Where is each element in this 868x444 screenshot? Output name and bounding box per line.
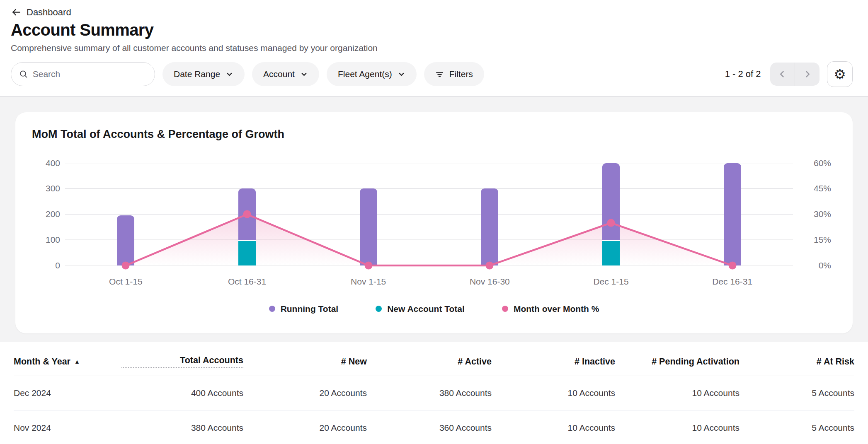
table-cell: 10 Accounts (492, 423, 615, 433)
account-dropdown-label: Account (263, 69, 295, 79)
pager (770, 63, 820, 86)
column-header-3[interactable]: # Active (367, 357, 492, 367)
table-cell: 5 Accounts (739, 388, 854, 398)
y-axis-tick-left: 100 (46, 235, 60, 245)
y-axis-tick-left: 300 (46, 183, 60, 193)
legend-dot (376, 306, 382, 312)
right-y-axis: 60%45%30%15%0% (793, 163, 836, 265)
chevron-left-icon (778, 70, 786, 78)
page-title: Account Summary (11, 21, 853, 39)
y-axis-tick-left: 400 (46, 158, 60, 168)
column-header-6[interactable]: # At Risk (739, 357, 854, 367)
table-cell: 20 Accounts (243, 423, 367, 433)
breadcrumb-label[interactable]: Dashboard (27, 7, 71, 18)
account-dropdown[interactable]: Account (252, 62, 319, 86)
accounts-table: Month & Year▲Total Accounts# New# Active… (0, 342, 868, 444)
fleet-agents-dropdown[interactable]: Fleet Agent(s) (327, 62, 417, 86)
table-cell: Nov 2024 (14, 423, 121, 433)
x-axis-spacer (793, 277, 836, 287)
search-input[interactable] (33, 69, 146, 79)
x-axis-label: Nov 16-30 (429, 277, 550, 287)
column-header-5[interactable]: # Pending Activation (615, 357, 739, 367)
chart-plot (65, 163, 793, 265)
table-row[interactable]: Dec 2024400 Accounts20 Accounts380 Accou… (14, 376, 854, 411)
table-cell: Dec 2024 (14, 388, 121, 398)
date-range-dropdown[interactable]: Date Range (162, 62, 245, 86)
x-axis-label: Oct 1-15 (65, 277, 187, 287)
x-axis-spacer (32, 277, 65, 287)
x-axis-label: Nov 1-15 (308, 277, 429, 287)
chart-legend: Running TotalNew Account TotalMonth over… (32, 304, 836, 314)
prev-page-button[interactable] (770, 63, 795, 86)
legend-item[interactable]: Month over Month % (502, 304, 599, 314)
legend-item[interactable]: New Account Total (376, 304, 465, 314)
left-y-axis: 4003002001000 (32, 163, 65, 265)
chevron-down-icon (398, 70, 405, 78)
legend-label: Month over Month % (514, 304, 599, 314)
legend-dot (502, 306, 508, 312)
back-arrow-icon[interactable] (11, 7, 22, 18)
chart-card: MoM Total of Accounts & Percentage of Gr… (15, 112, 853, 333)
search-icon (19, 70, 28, 79)
line-point[interactable] (122, 261, 130, 269)
column-header-1[interactable]: Total Accounts (121, 355, 243, 368)
chevron-down-icon (300, 70, 308, 78)
line-point[interactable] (364, 261, 372, 269)
table-cell: 380 Accounts (367, 388, 492, 398)
filters-button[interactable]: Filters (424, 62, 484, 86)
date-range-dropdown-label: Date Range (174, 69, 220, 79)
legend-dot (269, 306, 275, 312)
legend-item[interactable]: Running Total (269, 304, 339, 314)
chart-section: MoM Total of Accounts & Percentage of Gr… (0, 97, 868, 342)
chevron-right-icon (803, 70, 812, 78)
line-point[interactable] (486, 261, 494, 269)
page-header: Dashboard Account Summary Comprehensive … (0, 0, 868, 53)
next-page-button[interactable] (795, 63, 820, 86)
page-subtitle: Comprehensive summary of all customer ac… (11, 43, 853, 53)
table-cell: 10 Accounts (615, 423, 739, 433)
settings-button[interactable]: ⚙ (827, 61, 853, 87)
y-axis-tick-right: 45% (814, 183, 831, 193)
y-axis-tick-right: 0% (819, 261, 831, 270)
filters-button-label: Filters (449, 69, 473, 79)
breadcrumb[interactable]: Dashboard (11, 7, 71, 18)
y-axis-tick-left: 0 (55, 261, 60, 270)
gear-icon: ⚙ (834, 68, 846, 81)
table-cell: 10 Accounts (615, 388, 739, 398)
line-point[interactable] (607, 219, 615, 227)
pagination-range: 1 - 2 of 2 (725, 69, 761, 80)
table-row[interactable]: Nov 2024380 Accounts20 Accounts360 Accou… (14, 411, 854, 444)
sort-asc-icon: ▲ (74, 359, 80, 364)
line-points-layer (65, 163, 793, 265)
y-axis-tick-right: 60% (814, 158, 831, 168)
y-axis-tick-right: 30% (814, 209, 831, 219)
x-axis-label: Dec 1-15 (550, 277, 672, 287)
table-cell: 5 Accounts (739, 423, 854, 433)
column-header-4[interactable]: # Inactive (492, 357, 615, 367)
column-header-0[interactable]: Month & Year▲ (14, 357, 121, 367)
table-cell: 20 Accounts (243, 388, 367, 398)
table-body: Dec 2024400 Accounts20 Accounts380 Accou… (14, 376, 854, 444)
filter-icon (435, 70, 444, 79)
search-box[interactable] (11, 62, 155, 86)
chart-title: MoM Total of Accounts & Percentage of Gr… (32, 128, 836, 141)
legend-label: Running Total (281, 304, 339, 314)
legend-label: New Account Total (387, 304, 465, 314)
y-axis-tick-left: 200 (46, 209, 60, 219)
table-cell: 380 Accounts (121, 423, 243, 433)
y-axis-tick-right: 15% (814, 235, 831, 245)
column-header-2[interactable]: # New (243, 357, 367, 367)
toolbar: Date Range Account Fleet Agent(s) Filter… (0, 53, 868, 96)
x-axis-label: Oct 16-31 (187, 277, 308, 287)
table-cell: 10 Accounts (492, 388, 615, 398)
x-axis-label: Dec 16-31 (672, 277, 793, 287)
x-axis: Oct 1-15Oct 16-31Nov 1-15Nov 16-30Dec 1-… (32, 277, 836, 287)
table-cell: 360 Accounts (367, 423, 492, 433)
line-point[interactable] (243, 210, 251, 218)
fleet-agents-dropdown-label: Fleet Agent(s) (338, 69, 392, 79)
column-header-label: Total Accounts (121, 355, 243, 368)
line-point[interactable] (728, 261, 736, 269)
chevron-down-icon (225, 70, 233, 78)
table-header-row: Month & Year▲Total Accounts# New# Active… (14, 350, 854, 376)
table-cell: 400 Accounts (121, 388, 243, 398)
